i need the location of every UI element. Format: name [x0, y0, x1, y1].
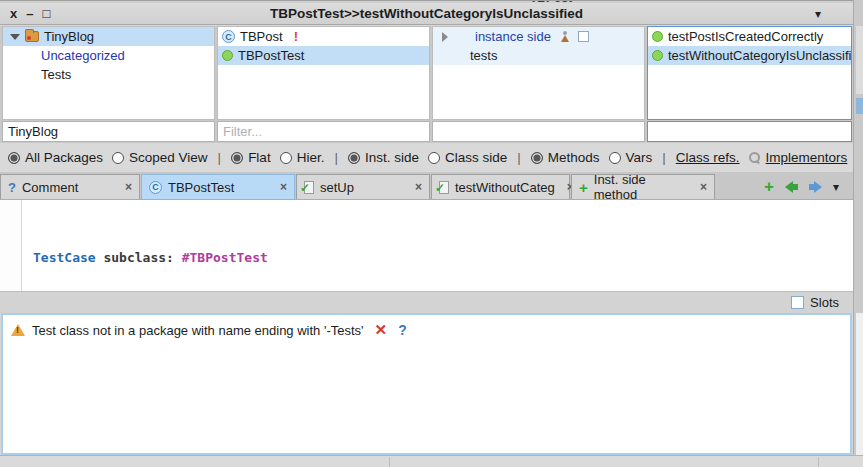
tab-close-icon[interactable]: ×	[119, 180, 132, 194]
protocol-checkbox[interactable]	[578, 31, 589, 42]
slots-bar: Slots	[0, 291, 853, 313]
toolbar-separator: |	[333, 150, 339, 165]
close-icon[interactable]: x	[10, 6, 17, 21]
method-label: testWithoutCategoryIsUnclassified	[668, 48, 852, 63]
radio-vars[interactable]: Vars	[609, 150, 653, 165]
divider	[818, 457, 819, 467]
editor-gutter	[0, 200, 22, 292]
tab-inst-side-method[interactable]: + Inst. side method ×	[571, 174, 715, 199]
radio-on-icon[interactable]	[348, 152, 360, 164]
class-item-tbposttest[interactable]: TBPostTest	[218, 46, 429, 65]
radio-label: Scoped View	[129, 150, 208, 165]
tab-tbposttest[interactable]: C TBPostTest ×	[141, 174, 295, 199]
method-page-icon	[304, 181, 314, 194]
tab-setup[interactable]: setUp ×	[296, 174, 430, 199]
tab-comment[interactable]: ? Comment ×	[0, 174, 140, 199]
test-green-icon	[222, 50, 233, 61]
window-menu-caret-icon[interactable]: ▾	[733, 7, 853, 21]
radio-off-icon[interactable]	[609, 152, 621, 164]
critique-item[interactable]: Test class not in a package with name en…	[3, 315, 850, 345]
tab-menu-caret-icon[interactable]: ▾	[833, 180, 839, 194]
add-tab-button[interactable]: +	[764, 178, 774, 195]
tab-label: Comment	[22, 180, 78, 195]
editor-tab-bar: ? Comment × C TBPostTest × setUp × testW…	[0, 172, 853, 199]
title-bar[interactable]: x – □ TBPostTest>>testWithoutCategoryIsU…	[0, 3, 853, 25]
radio-hier[interactable]: Hier.	[280, 150, 325, 165]
radio-label: All Packages	[25, 150, 103, 165]
slots-checkbox[interactable]	[791, 296, 804, 309]
class-filter-input[interactable]	[223, 124, 429, 139]
code-editor[interactable]: TestCase subclass: #TBPostTest instanceV…	[0, 199, 853, 291]
radio-off-icon[interactable]	[280, 152, 292, 164]
bottom-edge-strip	[0, 455, 863, 467]
error-badge: !	[294, 29, 298, 44]
expander-down-icon[interactable]	[10, 34, 20, 40]
link-label: Implementors	[766, 150, 848, 165]
package-icon	[25, 31, 39, 42]
radio-scoped-view[interactable]: Scoped View	[112, 150, 208, 165]
protocol-item-tests[interactable]: tests	[433, 46, 644, 65]
toolbar-separator: |	[516, 150, 522, 165]
sliver-patch	[856, 98, 863, 114]
radio-on-icon[interactable]	[531, 152, 543, 164]
radio-all-packages[interactable]: All Packages	[8, 150, 103, 165]
tab-close-icon[interactable]: ×	[694, 180, 707, 194]
radio-on-icon[interactable]	[231, 152, 243, 164]
radio-on-icon[interactable]	[8, 152, 20, 164]
search-icon	[749, 152, 761, 164]
background-window-sliver	[853, 0, 863, 455]
tab-close-icon[interactable]: ×	[409, 180, 422, 194]
plus-icon: +	[579, 179, 588, 196]
radio-label: Flat	[248, 150, 271, 165]
radio-label: Vars	[626, 150, 653, 165]
package-tag-tests[interactable]: Tests	[3, 65, 214, 84]
protocol-list[interactable]: instance side tests	[432, 26, 645, 120]
class-item-tbpost[interactable]: C TBPost !	[218, 27, 429, 46]
class-filter-field[interactable]	[217, 121, 430, 142]
package-list[interactable]: TinyBlog Uncategorized Tests	[2, 26, 215, 120]
class-refs-link[interactable]: Class refs.	[676, 150, 740, 165]
method-footer-field[interactable]	[647, 121, 852, 142]
scope-toolbar: All Packages Scoped View | Flat Hier. | …	[0, 143, 853, 172]
radio-class-side[interactable]: Class side	[428, 150, 507, 165]
minimize-icon[interactable]: –	[26, 6, 33, 21]
tab-label: testWithoutCateg	[455, 180, 555, 195]
dismiss-critique-icon[interactable]: ✕	[371, 321, 388, 339]
radio-methods[interactable]: Methods	[531, 150, 600, 165]
class-list[interactable]: C TBPost ! TBPostTest	[217, 26, 430, 120]
divider	[389, 457, 390, 467]
pharo-system-browser-window: TBPost x – □ TBPostTest>>testWithoutCate…	[0, 0, 863, 467]
tab-close-icon[interactable]: ×	[274, 180, 287, 194]
tab-testwithoutcateg[interactable]: testWithoutCateg ×	[431, 174, 570, 199]
hierarchy-icon	[560, 31, 571, 42]
quality-assistant-panel: Test class not in a package with name en…	[1, 313, 852, 455]
protocol-item-instance-side[interactable]: instance side	[433, 27, 644, 46]
package-tag-uncategorized[interactable]: Uncategorized	[3, 46, 214, 65]
package-item-tinyblog[interactable]: TinyBlog	[3, 27, 214, 46]
expander-right-icon[interactable]	[442, 32, 448, 42]
warning-icon	[11, 324, 25, 336]
class-label: TBPostTest	[238, 48, 304, 63]
tab-controls: + ▾	[764, 178, 853, 199]
radio-label: Methods	[548, 150, 600, 165]
critique-help-icon[interactable]: ?	[394, 322, 407, 338]
radio-off-icon[interactable]	[112, 152, 124, 164]
method-list[interactable]: testPostIsCreatedCorrectly testWithoutCa…	[647, 26, 852, 120]
tab-label: setUp	[320, 180, 354, 195]
maximize-icon[interactable]: □	[42, 6, 50, 21]
radio-inst-side[interactable]: Inst. side	[348, 150, 419, 165]
tab-label: Inst. side method	[594, 172, 688, 202]
radio-flat[interactable]: Flat	[231, 150, 271, 165]
code-token: subclass:	[96, 250, 182, 265]
radio-off-icon[interactable]	[428, 152, 440, 164]
package-footer-field[interactable]: TinyBlog	[2, 121, 215, 142]
protocol-footer-field[interactable]	[432, 121, 645, 142]
implementors-link[interactable]: Implementors	[749, 150, 848, 165]
class-icon: C	[149, 181, 162, 194]
sliver-patch	[856, 26, 863, 94]
critique-text: Test class not in a package with name en…	[32, 323, 364, 338]
method-item-testpostiscreatedcorrectly[interactable]: testPostIsCreatedCorrectly	[648, 27, 851, 46]
forward-arrow-icon[interactable]	[809, 181, 822, 193]
method-item-testwithoutcategoryisunclassified[interactable]: testWithoutCategoryIsUnclassified	[648, 46, 851, 65]
back-arrow-icon[interactable]	[785, 181, 798, 193]
